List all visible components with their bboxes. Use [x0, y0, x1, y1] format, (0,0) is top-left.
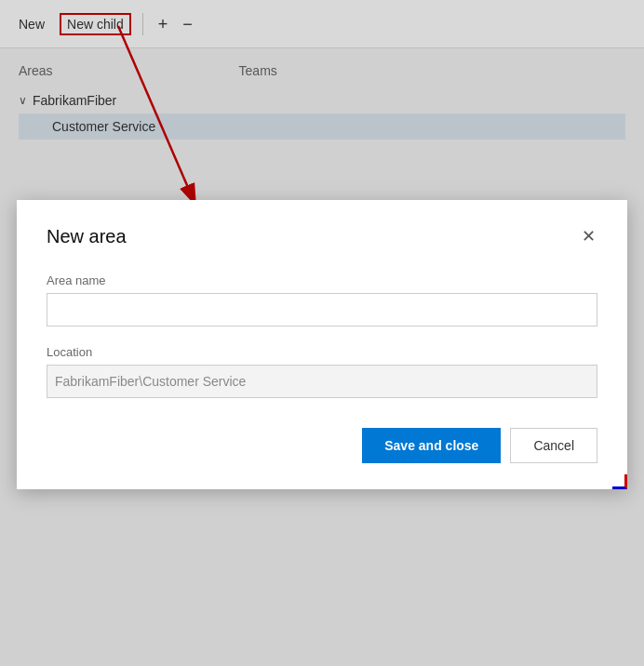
- save-and-close-button[interactable]: Save and close: [362, 428, 501, 463]
- location-field: Location FabrikamFiber\Customer Service: [47, 345, 597, 398]
- modal-header: New area ✕: [47, 226, 597, 247]
- cancel-button[interactable]: Cancel: [510, 428, 597, 463]
- location-value: FabrikamFiber\Customer Service: [47, 365, 597, 398]
- close-button[interactable]: ✕: [580, 226, 597, 246]
- area-name-input[interactable]: [47, 293, 597, 326]
- corner-decoration: [612, 474, 627, 489]
- area-name-field: Area name: [47, 273, 597, 326]
- area-name-label: Area name: [47, 273, 597, 287]
- modal-title: New area: [47, 226, 127, 247]
- location-label: Location: [47, 345, 597, 359]
- modal-footer: Save and close Cancel: [47, 428, 597, 463]
- modal-dialog: New area ✕ Area name Location FabrikamFi…: [17, 200, 627, 489]
